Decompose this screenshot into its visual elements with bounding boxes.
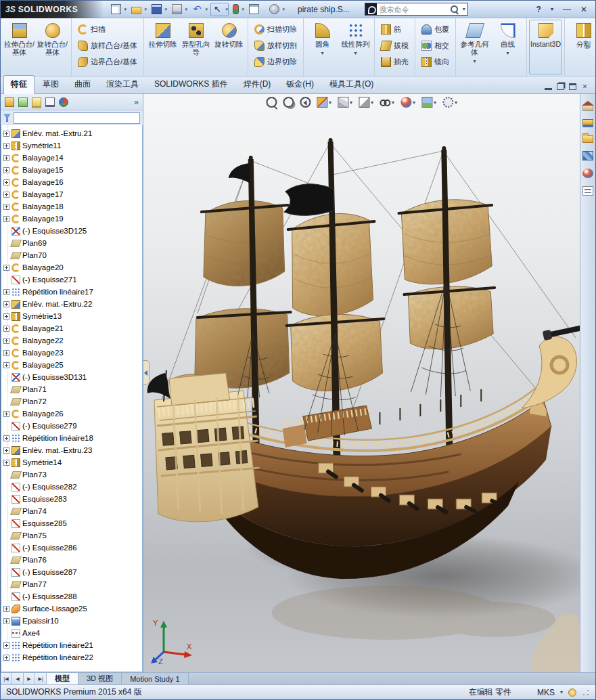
tree-item[interactable]: Balayage14 — [1, 152, 142, 164]
tree-item[interactable]: (-) Esquisse282 — [1, 481, 142, 493]
tree-item[interactable]: Balayage23 — [1, 347, 142, 359]
tree-item[interactable]: Répétition linéaire21 — [1, 639, 142, 651]
minimize-button[interactable]: — — [561, 5, 573, 14]
ribbon-button[interactable]: 镜向 — [417, 54, 453, 70]
custom-properties-icon[interactable] — [582, 186, 593, 196]
command-tab[interactable]: 渲染工具 — [99, 75, 146, 93]
ribbon-button[interactable]: 旋转切除 — [212, 20, 246, 74]
options-icon[interactable] — [267, 3, 285, 16]
search-icon[interactable] — [450, 5, 459, 14]
tree-item[interactable]: Balayage19 — [1, 213, 142, 225]
orientation-triad[interactable]: Y X Z — [147, 615, 195, 664]
display-style-icon[interactable] — [359, 97, 373, 108]
tree-expander-icon[interactable] — [3, 143, 9, 149]
view-orientation-icon[interactable] — [338, 97, 352, 108]
ribbon-overflow-chevron[interactable]: » — [581, 41, 594, 51]
tree-item[interactable]: Plan70 — [1, 249, 142, 261]
zoom-fit-icon[interactable] — [266, 97, 277, 108]
tree-item[interactable]: Esquisse283 — [1, 493, 142, 505]
tree-item[interactable]: (-) Esquisse271 — [1, 274, 142, 286]
tree-item[interactable]: Balayage26 — [1, 408, 142, 420]
select-icon[interactable] — [210, 3, 229, 16]
doc-close-icon[interactable] — [581, 83, 589, 90]
save-icon[interactable] — [150, 3, 168, 16]
ribbon-button[interactable]: 包覆 — [417, 22, 453, 37]
tree-expander-icon[interactable] — [3, 204, 9, 210]
tree-item[interactable]: Surface-Lissage25 — [1, 603, 142, 615]
tree-item[interactable]: Balayage22 — [1, 334, 142, 347]
ribbon-button[interactable]: 边界切除 — [250, 54, 301, 70]
ribbon-button[interactable]: 异型孔向导 — [179, 20, 212, 74]
tree-item[interactable]: Balayage21 — [1, 322, 142, 334]
file-properties-icon[interactable] — [247, 3, 265, 16]
tab-nav-button[interactable]: ▶ — [24, 673, 35, 684]
command-tab[interactable]: 模具工具(O) — [322, 75, 381, 93]
print-icon[interactable] — [170, 3, 188, 16]
quick-tips-icon[interactable] — [568, 688, 576, 697]
tree-item[interactable]: Plan77 — [1, 578, 142, 590]
tree-item[interactable]: Enlèv. mat.-Extru.21 — [1, 127, 142, 139]
tree-item[interactable]: Symétrie14 — [1, 456, 142, 468]
design-library-icon[interactable] — [582, 119, 593, 125]
command-tab[interactable]: 曲面 — [67, 75, 98, 93]
tree-item[interactable]: Répétition linéaire22 — [1, 651, 142, 663]
rebuild-icon[interactable] — [231, 3, 245, 16]
ribbon-button[interactable]: 放样凸台/基体 — [74, 38, 141, 53]
tree-item[interactable]: Balayage15 — [1, 164, 142, 176]
tree-item[interactable]: (-) Esquisse3D131 — [1, 371, 142, 383]
tree-expander-icon[interactable] — [3, 326, 9, 332]
tree-expander-icon[interactable] — [3, 338, 9, 344]
tree-item[interactable]: Axe4 — [1, 627, 142, 639]
ribbon-button[interactable]: 筋 — [377, 22, 413, 37]
ribbon-button[interactable]: 放样切割 — [250, 38, 301, 53]
tree-item[interactable]: Balayage16 — [1, 176, 142, 188]
ribbon-button[interactable]: 抽壳 — [377, 54, 413, 70]
resize-grip-icon[interactable] — [582, 688, 590, 697]
tree-expander-icon[interactable] — [3, 655, 9, 661]
command-tab[interactable]: SOLIDWORKS 插件 — [147, 75, 235, 93]
tree-item[interactable]: (-) Esquisse287 — [1, 566, 142, 578]
command-tab[interactable]: 钣金(H) — [279, 75, 321, 93]
view-palette-icon[interactable] — [582, 151, 593, 160]
tab-nav-button[interactable]: ▶| — [35, 673, 47, 684]
tree-item[interactable]: Symétrie13 — [1, 310, 142, 322]
tree-expander-icon[interactable] — [3, 606, 9, 612]
ribbon-button[interactable]: 拉伸切除 — [146, 20, 179, 74]
doc-maximize-icon[interactable] — [569, 83, 576, 90]
solidworks-resources-icon[interactable] — [582, 105, 593, 111]
tree-expander-icon[interactable] — [3, 216, 9, 222]
ribbon-button[interactable]: 参考几何体 — [458, 20, 491, 74]
tree-expander-icon[interactable] — [3, 435, 9, 441]
tree-item[interactable]: Enlèv. mat.-Extru.22 — [1, 298, 142, 310]
tree-item[interactable]: Plan69 — [1, 237, 142, 249]
tree-item[interactable]: Plan76 — [1, 554, 142, 566]
tree-item[interactable]: Symétrie11 — [1, 139, 142, 152]
new-document-icon[interactable] — [109, 3, 127, 16]
configurationmanager-tab-icon[interactable] — [32, 97, 41, 107]
command-tab[interactable]: 草图 — [35, 75, 66, 93]
search-input[interactable] — [377, 4, 450, 14]
help-chevron-icon[interactable]: ▾ — [549, 5, 555, 14]
tree-expander-icon[interactable] — [3, 301, 9, 307]
hide-show-items-icon[interactable] — [380, 97, 394, 108]
featuremanager-tab-icon[interactable] — [5, 97, 14, 107]
tree-expander-icon[interactable] — [3, 411, 9, 417]
propertymanager-tab-icon[interactable] — [18, 97, 28, 107]
ribbon-button[interactable]: 拉伸凸台/基体 — [3, 20, 36, 74]
ribbon-button[interactable]: 边界凸台/基体 — [74, 54, 141, 70]
tree-item[interactable]: Plan75 — [1, 529, 142, 542]
filter-funnel-icon[interactable] — [3, 114, 11, 122]
tree-item[interactable]: Balayage25 — [1, 359, 142, 371]
tree-expander-icon[interactable] — [3, 460, 9, 466]
undo-icon[interactable] — [190, 3, 208, 16]
tab-nav-button[interactable]: ◀ — [12, 673, 24, 684]
tree-item[interactable]: (-) Esquisse288 — [1, 590, 142, 603]
tree-expander-icon[interactable] — [3, 265, 9, 271]
tree-item[interactable]: (-) Esquisse3D125 — [1, 225, 142, 237]
tree-expander-icon[interactable] — [3, 618, 9, 624]
command-tab[interactable]: 焊件(D) — [236, 75, 279, 93]
tree-expander-icon[interactable] — [3, 313, 9, 320]
ribbon-button[interactable]: 线性阵列 — [339, 20, 372, 74]
tree-item[interactable]: Plan74 — [1, 505, 142, 517]
tree-expander-icon[interactable] — [3, 131, 9, 137]
